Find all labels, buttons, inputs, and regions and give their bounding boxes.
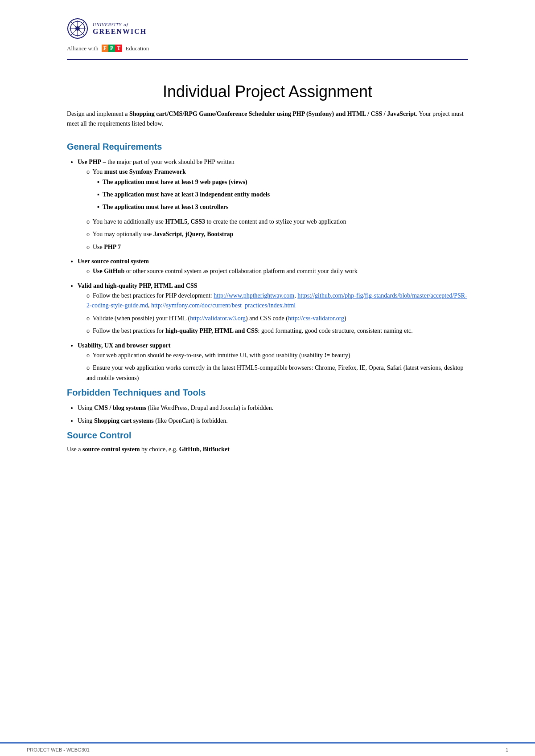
list-item: You may optionally use JavaScript, jQuer… [86, 229, 468, 239]
svg-point-2 [75, 26, 80, 31]
list-item: Using CMS / blog systems (like WordPress… [78, 403, 468, 413]
sub-list: You must use Symfony Framework The appli… [86, 167, 468, 252]
fpt-t-letter: T [115, 45, 122, 52]
logo-row: UNIVERSITY of GREENWICH [67, 18, 468, 39]
list-item: Validate (when possible) your HTML (http… [86, 314, 468, 323]
list-item: The application must have at least 3 con… [97, 202, 468, 212]
source-control-section: Source Control Use a source control syst… [67, 430, 468, 453]
alliance-text: Alliance with [67, 45, 98, 52]
php-rightway-link[interactable]: http://www.phptherightway.com [214, 292, 294, 299]
general-requirements-list: Use PHP – the major part of your work sh… [78, 157, 468, 383]
list-item: Use PHP 7 [86, 242, 468, 252]
list-item: The application must have at least 3 ind… [97, 190, 468, 200]
forbidden-section: Forbidden Techniques and Tools Using CMS… [67, 388, 468, 426]
symfony-practices-link[interactable]: http://symfony.com/doc/current/best_prac… [151, 302, 296, 309]
fpt-logo: FPT [102, 45, 123, 52]
list-item: Your web application should be easy-to-u… [86, 351, 468, 360]
source-control-title: Source Control [67, 430, 468, 441]
fpt-p-letter: P [108, 45, 115, 52]
sub-list: Your web application should be easy-to-u… [86, 351, 468, 383]
list-item: User source control system Use GitHub or… [78, 257, 468, 277]
list-item: Usability, UX and browser support Your w… [78, 341, 468, 384]
general-requirements-section: General Requirements Use PHP – the major… [67, 142, 468, 383]
list-item: Valid and high-quality PHP, HTML and CSS… [78, 281, 468, 336]
sub-list: Follow the best practices for PHP develo… [86, 291, 468, 336]
css-validator-link[interactable]: http://css-validator.org [288, 315, 344, 322]
footer-left: PROJECT WEB - WEBG301 [27, 747, 90, 752]
university-name: UNIVERSITY of [93, 21, 147, 28]
greenwich-name: GREENWICH [93, 28, 147, 36]
intro-text: Design and implement a Shopping cart/CMS… [67, 109, 468, 129]
page-title: Individual Project Assignment [67, 82, 468, 101]
source-control-body: Use a source control system by choice, e… [67, 446, 468, 453]
list-item: Ensure your web application works correc… [86, 363, 468, 383]
list-item: Using Shopping cart systems (like OpenCa… [78, 416, 468, 426]
list-item: The application must have at least 9 web… [97, 177, 468, 187]
logo-text: UNIVERSITY of GREENWICH [93, 21, 147, 36]
header: UNIVERSITY of GREENWICH Alliance with FP… [67, 18, 468, 74]
sub-list: Use GitHub or other source control syste… [86, 266, 468, 276]
fpt-f-letter: F [102, 45, 108, 52]
alliance-row: Alliance with FPT Education [67, 45, 468, 52]
list-item: Use GitHub or other source control syste… [86, 266, 468, 276]
page-container: UNIVERSITY of GREENWICH Alliance with FP… [67, 0, 468, 471]
list-item: You have to additionally use HTML5, CSS3… [86, 217, 468, 227]
list-item: You must use Symfony Framework The appli… [86, 167, 468, 212]
list-item: Follow the best practices for PHP develo… [86, 291, 468, 311]
footer-right: 1 [506, 747, 508, 752]
footer: PROJECT WEB - WEBG301 1 [0, 742, 535, 756]
forbidden-title: Forbidden Techniques and Tools [67, 388, 468, 398]
header-divider [67, 59, 468, 60]
education-text: Education [126, 45, 149, 52]
university-emblem-icon [67, 18, 88, 39]
sub-sub-list: The application must have at least 9 web… [97, 177, 468, 212]
w3c-validator-link[interactable]: http://validator.w3.org [190, 315, 246, 322]
list-item: Follow the best practices for high-quali… [86, 326, 468, 336]
forbidden-list: Using CMS / blog systems (like WordPress… [78, 403, 468, 426]
list-item: Use PHP – the major part of your work sh… [78, 157, 468, 252]
general-requirements-title: General Requirements [67, 142, 468, 152]
